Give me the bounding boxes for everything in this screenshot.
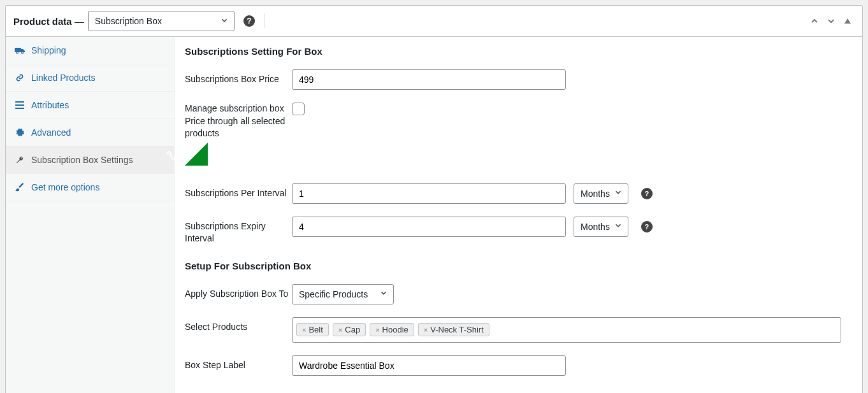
- link-icon: [15, 73, 25, 82]
- title-prefix: Product data: [13, 16, 72, 27]
- sidebar-item-subscription-box-settings[interactable]: Subscription Box Settings: [6, 146, 174, 174]
- panel-body: Shipping Linked Products Attributes Adva…: [6, 37, 862, 393]
- pro-badge: Pro: [185, 143, 862, 166]
- svg-point-2: [22, 52, 24, 54]
- svg-rect-5: [15, 108, 24, 109]
- sidebar-item-attributes[interactable]: Attributes: [6, 92, 174, 119]
- product-data-panel: Product data — Subscription Box ? Shippi…: [5, 5, 863, 393]
- divider: [264, 14, 264, 28]
- expiry-interval-unit: Months: [581, 222, 610, 232]
- product-tag: ×Cap: [333, 323, 366, 336]
- remove-tag-icon[interactable]: ×: [338, 326, 342, 334]
- remove-tag-icon[interactable]: ×: [375, 326, 379, 334]
- sidebar-label: Get more options: [31, 182, 99, 192]
- remove-tag-icon[interactable]: ×: [424, 326, 428, 334]
- row-apply-to: Apply Subscription Box To Specific Produ…: [175, 278, 862, 311]
- remove-tag-icon[interactable]: ×: [302, 326, 306, 334]
- section-setup: Setup For Subscription Box: [175, 252, 862, 278]
- wrench-icon: [15, 155, 25, 164]
- sidebar-item-linked-products[interactable]: Linked Products: [6, 64, 174, 92]
- svg-point-1: [17, 52, 18, 54]
- label-expiry-interval: Subscriptions Expiry Interval: [185, 217, 292, 245]
- row-per-interval: Subscriptions Per Interval Months ?: [175, 177, 862, 210]
- product-type-value: Subscription Box: [95, 16, 162, 26]
- sidebar-item-get-more-options[interactable]: Get more options: [6, 174, 174, 201]
- tag-label: V-Neck T-Shirt: [430, 325, 484, 334]
- label-step-label: Box Step Label: [185, 355, 292, 372]
- label-apply-to: Apply Subscription Box To: [185, 284, 292, 301]
- toggle-panel-icon[interactable]: [841, 14, 855, 28]
- apply-to-value: Specific Products: [299, 289, 368, 299]
- product-tag: ×V-Neck T-Shirt: [418, 323, 489, 336]
- sidebar-label: Attributes: [31, 100, 69, 110]
- title-sep: —: [72, 16, 84, 27]
- row-manage-price: Manage subscription box Price through al…: [175, 96, 862, 146]
- help-icon[interactable]: ?: [243, 15, 255, 27]
- row-box-price: Subscriptions Box Price: [175, 63, 862, 96]
- svg-rect-3: [15, 101, 24, 103]
- sidebar-item-shipping[interactable]: Shipping: [6, 37, 174, 64]
- per-interval-unit: Months: [581, 189, 610, 199]
- product-type-select[interactable]: Subscription Box: [88, 11, 235, 31]
- select-apply-to[interactable]: Specific Products: [292, 284, 394, 304]
- collapse-up-icon[interactable]: [807, 14, 821, 28]
- sidebar-label: Shipping: [31, 45, 66, 55]
- content-area: Subscriptions Setting For Box Subscripti…: [175, 37, 862, 393]
- gear-icon: [15, 128, 25, 137]
- row-select-products: Select Products ×Belt ×Cap ×Hoodie ×V-Ne…: [175, 311, 862, 349]
- truck-icon: [15, 46, 25, 54]
- checkbox-manage-price[interactable]: [292, 103, 305, 115]
- help-icon[interactable]: ?: [641, 221, 653, 232]
- tag-label: Belt: [308, 325, 322, 334]
- chevron-down-icon: [220, 16, 229, 27]
- multi-select-products[interactable]: ×Belt ×Cap ×Hoodie ×V-Neck T-Shirt: [292, 317, 841, 343]
- sidebar-label: Subscription Box Settings: [31, 155, 133, 165]
- help-icon[interactable]: ?: [641, 188, 653, 199]
- chevron-down-icon: [379, 289, 388, 299]
- chevron-down-icon: [614, 188, 623, 199]
- row-expiry-interval: Subscriptions Expiry Interval Months ?: [175, 210, 862, 252]
- label-per-interval: Subscriptions Per Interval: [185, 183, 292, 200]
- label-manage-price: Manage subscription box Price through al…: [185, 103, 292, 140]
- svg-rect-0: [15, 48, 21, 52]
- tag-label: Cap: [345, 325, 360, 334]
- select-expiry-interval-unit[interactable]: Months: [574, 217, 628, 237]
- row-step-label: Box Step Label: [175, 349, 862, 382]
- sidebar-item-advanced[interactable]: Advanced: [6, 119, 174, 146]
- brush-icon: [15, 183, 25, 192]
- panel-title: Product data —: [13, 16, 84, 27]
- label-select-products: Select Products: [185, 317, 292, 334]
- list-icon: [15, 101, 25, 109]
- sidebar-label: Advanced: [31, 127, 71, 138]
- panel-header: Product data — Subscription Box ?: [6, 6, 862, 37]
- input-expiry-interval[interactable]: [292, 217, 566, 237]
- collapse-down-icon[interactable]: [824, 14, 838, 28]
- section-subscription-settings: Subscriptions Setting For Box: [175, 42, 862, 63]
- label-box-price: Subscriptions Box Price: [185, 69, 292, 86]
- sidebar-label: Linked Products: [31, 73, 95, 83]
- chevron-down-icon: [614, 221, 623, 232]
- input-box-price[interactable]: [292, 69, 566, 90]
- select-per-interval-unit[interactable]: Months: [574, 183, 628, 204]
- tag-label: Hoodie: [382, 325, 409, 334]
- svg-rect-4: [15, 104, 24, 106]
- sidebar: Shipping Linked Products Attributes Adva…: [6, 37, 175, 393]
- product-tag: ×Belt: [296, 323, 329, 336]
- input-step-label[interactable]: [292, 355, 566, 376]
- product-tag: ×Hoodie: [370, 323, 414, 336]
- input-per-interval[interactable]: [292, 183, 566, 204]
